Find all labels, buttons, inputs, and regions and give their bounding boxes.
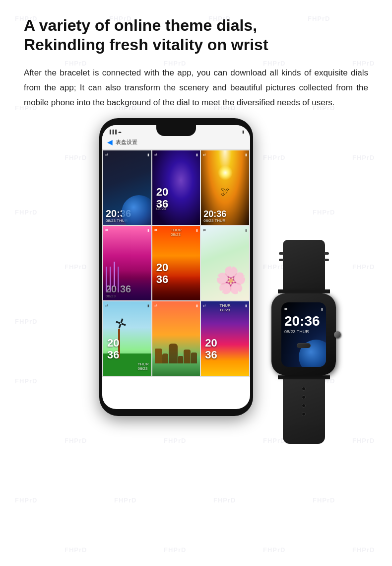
dial-icon-link: ⇄ (105, 153, 108, 157)
watch-band-top (283, 240, 325, 289)
dial-icon-link-6: ⇄ (203, 228, 206, 232)
watch-side-button (334, 331, 341, 338)
dial-7-date: THUR08/23 (137, 362, 148, 371)
watermark: FHPrD (164, 437, 186, 444)
dial-cell-9[interactable]: ⇄ ▮ THUR08/23 2036 (201, 301, 249, 376)
headline-line2: Rekindling fresh vitality on wrist (24, 36, 268, 54)
battery-icon: ▮ (242, 130, 244, 134)
watermark: FHPrD (114, 496, 136, 504)
band-hole-3 (302, 404, 306, 408)
watermark: FHPrD (352, 437, 375, 444)
watermark: FHPrD (15, 496, 37, 504)
band-hole-1 (302, 387, 306, 391)
watch-time: 20:36 (284, 314, 323, 328)
watch-case: ⇄ ▮ 20:36 08/23 THUR (271, 293, 336, 375)
dial-icon-bat-2: ▮ (196, 153, 198, 157)
watermark: FHPrD (263, 546, 285, 554)
band-hole-top-right-2 (324, 259, 329, 261)
sun-glow (218, 165, 233, 180)
dial-cell-8[interactable]: ⇄ ▮ 20:36 08/23 (152, 301, 200, 376)
phone-mockup: ▐▐▐ ☁ 11:22 ▮ ◀ 表盘设置 ⇄ ▮ (99, 118, 253, 416)
signal-icon: ▐▐▐ ☁ (108, 130, 122, 134)
watermark: FHPrD (164, 546, 186, 554)
band-hole-4 (302, 412, 306, 416)
dial-5-date-top: THUR08/23 (171, 228, 182, 237)
dial-icon-bat-7: ▮ (147, 304, 149, 308)
watermark: FHPrD (313, 496, 335, 504)
dial-cell-5[interactable]: ⇄ ▮ THUR08/23 2036 (152, 226, 200, 300)
dial-icon-link-3: ⇄ (203, 153, 206, 157)
main-content: A variety of online theme dials, Rekindl… (0, 0, 392, 424)
watch-link-icon: ⇄ (284, 307, 287, 311)
watch-top-row: ⇄ ▮ (284, 307, 323, 311)
watermark: FHPrD (65, 546, 87, 554)
band-holes (302, 387, 306, 416)
dial-icon-bat: ▮ (147, 153, 149, 157)
dial-icon-bat-4: ▮ (147, 228, 149, 232)
watermark: FHPrD (263, 437, 285, 444)
dial-icon-link-7: ⇄ (105, 304, 108, 308)
watch-body: ⇄ ▮ 20:36 08/23 THUR (259, 240, 348, 409)
band-connector-bottom (278, 375, 330, 379)
band-hole-top-left (279, 252, 284, 255)
band-connector-top (278, 289, 330, 293)
watch-bat-icon: ▮ (321, 307, 323, 311)
dial-9-date-top: THUR08/23 (220, 303, 231, 312)
dial-grid: ⇄ ▮ 20:36 08/23 THUR ⇄ (102, 149, 250, 377)
dial-2-time: 2036 (156, 186, 168, 210)
bird-icon: 🕊 (221, 186, 230, 197)
flower-emoji: 🌸 (215, 265, 247, 295)
town-silhouette (155, 344, 198, 363)
watch-date: 08/23 THUR (284, 329, 323, 334)
watermark: FHPrD (65, 437, 87, 444)
dial-7-time: 2036 (107, 337, 119, 361)
phone-app-header: ◀ 表盘设置 (102, 136, 250, 149)
dial-cell-2[interactable]: ⇄ ▮ THUR08/23 2036 (152, 150, 200, 225)
watermark: FHPrD (213, 496, 236, 504)
dial-3-time: 20:36 (203, 210, 247, 218)
phone-screen: ▐▐▐ ☁ 11:22 ▮ ◀ 表盘设置 ⇄ ▮ (102, 125, 250, 409)
product-image-section: ▐▐▐ ☁ 11:22 ▮ ◀ 表盘设置 ⇄ ▮ (24, 126, 368, 409)
dial-cell-3[interactable]: ⇄ ▮ 🕊 20:36 08/23 THUR (201, 150, 249, 225)
dial-icon-link-8: ⇄ (154, 304, 157, 308)
watch-home-button (297, 343, 311, 348)
band-hole-2 (302, 395, 306, 399)
watch-mockup: ⇄ ▮ 20:36 08/23 THUR (254, 240, 353, 409)
dial-cell-4[interactable]: ⇄ ▮ 20:36 08/23 (103, 226, 151, 300)
watermark: FHPrD (352, 546, 375, 554)
app-title: 表盘设置 (116, 139, 137, 146)
dial-icon-link-5: ⇄ (154, 228, 157, 232)
body-description: After the bracelet is connected with the… (24, 66, 368, 110)
dial-3-date: 08/23 THUR (203, 218, 247, 223)
band-hole-top-right (324, 252, 329, 255)
dial-cell-7[interactable]: ✛ ⇄ ▮ 2036 THUR08/23 (103, 301, 151, 376)
dial-icon-bat-5: ▮ (196, 228, 198, 232)
headline-line1: A variety of online theme dials, (24, 16, 257, 34)
dial-cell-6[interactable]: 🌸 ⇄ ▮ 20:36 08/23 THUR (201, 226, 249, 300)
back-button[interactable]: ◀ (107, 138, 113, 146)
dial-icon-bat-8: ▮ (196, 304, 198, 308)
dial-icon-link-9: ⇄ (203, 304, 206, 308)
main-headline: A variety of online theme dials, Rekindl… (24, 16, 368, 55)
dial-icon-link-4: ⇄ (105, 228, 108, 232)
dial-9-time: 2036 (205, 337, 217, 361)
band-hole-top-left-2 (279, 259, 284, 261)
dial-icon-link-2: ⇄ (154, 153, 157, 157)
phone-notch (156, 125, 196, 136)
dial-icon-bat-6: ▮ (245, 228, 247, 232)
watch-display: ⇄ ▮ 20:36 08/23 THUR (281, 302, 326, 367)
dial-5-time: 2036 (156, 262, 168, 285)
dial-cell-1[interactable]: ⇄ ▮ 20:36 08/23 THUR (103, 150, 151, 225)
dial-icon-bat-9: ▮ (245, 304, 247, 308)
watch-band-bottom (283, 379, 325, 444)
watch-screen: ⇄ ▮ 20:36 08/23 THUR (281, 302, 326, 367)
dial-icon-bat-3: ▮ (245, 153, 247, 157)
